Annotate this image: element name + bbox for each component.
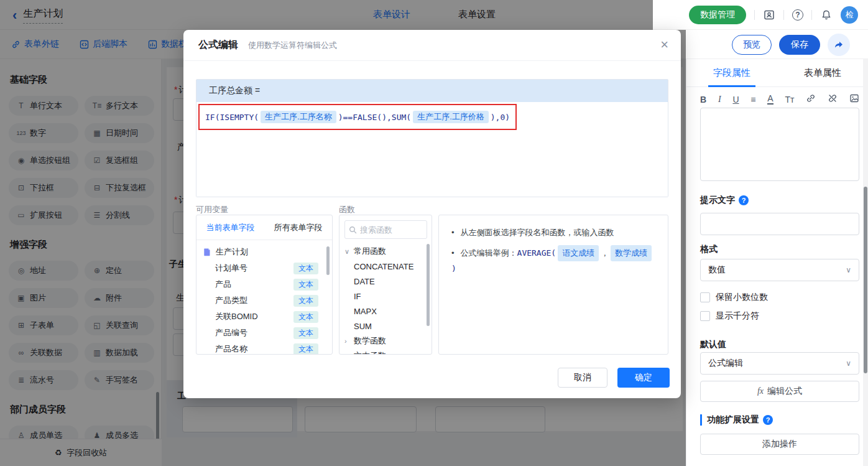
checkbox-icon[interactable] xyxy=(700,292,710,302)
functions-scrollbar[interactable] xyxy=(427,244,430,326)
formula-highlight-box: IF(ISEMPTY( 生产工序.工序名称 )==FALSE(),SUM( 生产… xyxy=(198,104,517,130)
variable-row[interactable]: 产品类型文本 xyxy=(196,292,332,309)
function-list: ∨常用函数 CONCATENATE DATE IF MAPX SUM ›数学函数… xyxy=(339,244,432,355)
default-value-label: 默认值 xyxy=(700,339,726,350)
divider xyxy=(811,10,812,20)
function-item[interactable]: IF xyxy=(339,289,432,304)
function-item[interactable]: DATE xyxy=(339,274,432,289)
variables-tabs: 当前表单字段 所有表单字段 xyxy=(196,215,332,240)
variable-tree-root[interactable]: 生产计划 xyxy=(196,240,332,260)
preview-button[interactable]: 预览 xyxy=(732,35,772,55)
function-group-common[interactable]: ∨常用函数 xyxy=(339,244,432,259)
field-type-tag: 文本 xyxy=(293,263,318,274)
functions-label: 函数 xyxy=(339,204,355,215)
insert-image-icon[interactable] xyxy=(849,93,859,105)
properties-panel: 字段属性 表单属性 B I U ≡ A Tт 提示文字 ? 格式 数值 ∨ 保留… xyxy=(686,59,868,466)
share-button[interactable] xyxy=(828,34,850,56)
function-group-math[interactable]: ›数学函数 xyxy=(339,333,432,348)
fx-icon: fx xyxy=(757,386,764,396)
modal-subtitle: 使用数学运算符编辑公式 xyxy=(248,40,337,51)
font-color-icon[interactable]: A xyxy=(767,94,773,105)
function-item[interactable]: MAPX xyxy=(339,304,432,319)
search-input[interactable] xyxy=(360,225,416,235)
field-type-tag: 文本 xyxy=(293,295,318,307)
contact-card-icon[interactable] xyxy=(763,9,775,21)
variables-panel: 当前表单字段 所有表单字段 生产计划 计划单号文本 产品文本 产品类型文本 关联… xyxy=(196,215,333,355)
format-label: 格式 xyxy=(700,244,718,255)
add-action-button[interactable]: 添加操作 xyxy=(700,434,859,455)
chevron-down-icon: ∨ xyxy=(846,359,851,368)
function-item[interactable]: CONCATENATE xyxy=(339,259,432,274)
richtext-toolbar: B I U ≡ A Tт xyxy=(700,93,859,105)
divider xyxy=(754,10,755,20)
page-scrollbar-thumb[interactable] xyxy=(864,187,867,373)
underline-icon[interactable]: U xyxy=(732,95,739,105)
help-icon[interactable]: ? xyxy=(792,9,803,21)
help-icon[interactable]: ? xyxy=(739,195,749,205)
formula-field-chip[interactable]: 生产工序.工序名称 xyxy=(261,111,336,123)
variable-row[interactable]: 产品名称文本 xyxy=(196,341,332,355)
bold-icon[interactable]: B xyxy=(700,95,706,105)
tab-field-properties[interactable]: 字段属性 xyxy=(686,59,777,86)
decimal-checkbox-row[interactable]: 保留小数位数 xyxy=(700,292,768,303)
modal-overlay-top xyxy=(0,0,653,30)
functions-panel: ∨常用函数 CONCATENATE DATE IF MAPX SUM ›数学函数… xyxy=(339,215,432,355)
default-value-select[interactable]: 公式编辑 ∨ xyxy=(700,352,859,375)
tab-all-form-fields[interactable]: 所有表单字段 xyxy=(264,215,332,240)
variable-row[interactable]: 产品编号文本 xyxy=(196,325,332,341)
tab-current-form-fields[interactable]: 当前表单字段 xyxy=(196,215,264,240)
field-name-richtext-area[interactable] xyxy=(700,108,859,181)
italic-icon[interactable]: I xyxy=(718,95,721,105)
hint-text-input[interactable] xyxy=(700,213,859,235)
align-icon[interactable]: ≡ xyxy=(750,95,755,105)
hint-example-line: • 公式编辑举例： AVERAGE( 语文成绩 ， 数学成绩 ) xyxy=(451,245,655,276)
modal-title: 公式编辑 xyxy=(198,39,238,52)
function-item[interactable]: SUM xyxy=(339,319,432,333)
chevron-right-icon: › xyxy=(344,337,351,345)
formula-input-area[interactable]: IF(ISEMPTY( 生产工序.工序名称 )==FALSE(),SUM( 生产… xyxy=(196,102,668,197)
link-icon[interactable] xyxy=(806,93,816,105)
variable-row[interactable]: 计划单号文本 xyxy=(196,260,332,276)
tab-form-properties[interactable]: 表单属性 xyxy=(777,59,868,86)
function-search-box[interactable] xyxy=(344,220,427,239)
edit-formula-button[interactable]: fx 编辑公式 xyxy=(700,381,859,402)
field-type-tag: 文本 xyxy=(293,343,318,355)
save-button[interactable]: 保存 xyxy=(779,35,820,55)
confirm-button[interactable]: 确定 xyxy=(617,368,670,388)
formula-code: )==FALSE(),SUM( xyxy=(338,113,411,122)
unlink-icon[interactable] xyxy=(828,93,838,105)
hint-line: • 从左侧面板选择字段名和函数，或输入函数 xyxy=(451,225,655,240)
example-field-chip: 数学成绩 xyxy=(611,245,652,261)
field-type-tag: 文本 xyxy=(293,327,318,339)
variables-scrollbar[interactable] xyxy=(326,246,330,275)
close-icon[interactable]: × xyxy=(660,37,668,52)
formula-code: ),0) xyxy=(491,113,510,122)
search-icon xyxy=(349,226,357,234)
formula-target-label: 工序总金额 = xyxy=(196,80,668,102)
modal-header: 公式编辑 使用数学运算符编辑公式 × xyxy=(183,30,681,61)
data-manage-button[interactable]: 数据管理 xyxy=(689,6,746,24)
cancel-button[interactable]: 取消 xyxy=(558,368,607,388)
avatar[interactable]: 检 xyxy=(841,6,858,24)
variable-row[interactable]: 关联BOMID文本 xyxy=(196,309,332,325)
checkbox-icon[interactable] xyxy=(700,311,710,321)
formula-edit-modal: 公式编辑 使用数学运算符编辑公式 × 工序总金额 = IF(ISEMPTY( 生… xyxy=(183,30,681,398)
extension-settings-label: 功能扩展设置 ? xyxy=(700,414,773,426)
formula-editor[interactable]: 工序总金额 = IF(ISEMPTY( 生产工序.工序名称 )==FALSE()… xyxy=(196,79,668,197)
formula-field-chip[interactable]: 生产工序.工序价格 xyxy=(413,111,489,123)
share-arrow-icon xyxy=(833,39,844,50)
hints-panel: • 从左侧面板选择字段名和函数，或输入函数 • 公式编辑举例： AVERAGE(… xyxy=(438,215,668,355)
header-actions: 数据管理 ? 检 xyxy=(689,0,858,30)
bell-icon[interactable] xyxy=(820,9,833,21)
variable-row[interactable]: 产品文本 xyxy=(196,276,332,292)
chevron-right-icon: › xyxy=(344,352,351,355)
hint-text-label: 提示文字 ? xyxy=(700,195,749,206)
variables-label: 可用变量 xyxy=(196,204,228,215)
thousands-checkbox-row[interactable]: 显示千分符 xyxy=(700,310,759,322)
font-size-icon[interactable]: Tт xyxy=(785,95,795,105)
chevron-down-icon: ∨ xyxy=(846,266,851,274)
function-group-text[interactable]: ›文本函数 xyxy=(339,348,432,355)
format-select[interactable]: 数值 ∨ xyxy=(700,259,859,281)
help-icon[interactable]: ? xyxy=(763,415,773,425)
example-field-chip: 语文成绩 xyxy=(558,245,599,261)
